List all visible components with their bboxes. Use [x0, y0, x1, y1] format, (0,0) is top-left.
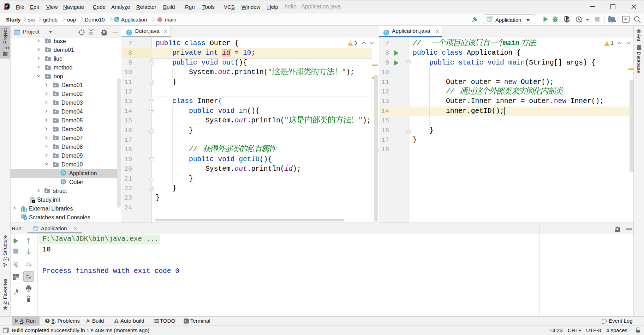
- svg-text:m: m: [159, 18, 162, 22]
- svg-text:C: C: [62, 179, 65, 184]
- svg-text:C: C: [128, 31, 131, 35]
